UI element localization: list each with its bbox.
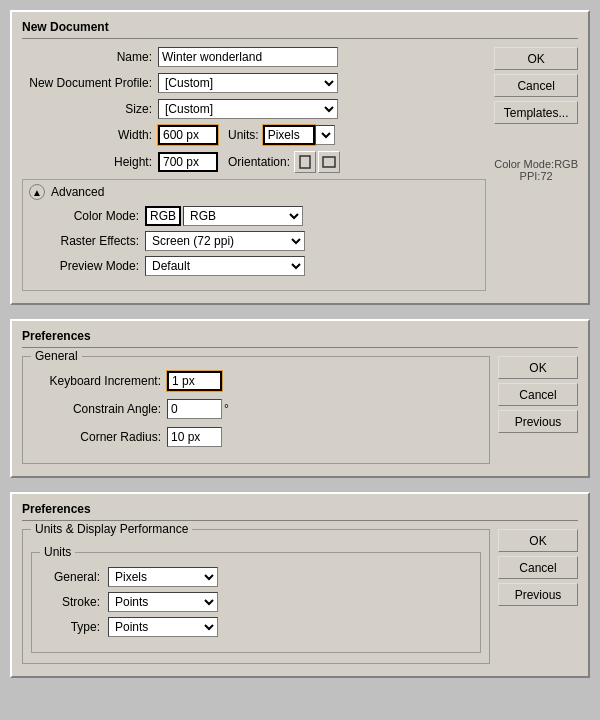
templates-button[interactable]: Templates...	[494, 101, 578, 124]
general-unit-label: General:	[40, 570, 100, 584]
orientation-label: Orientation:	[228, 155, 290, 169]
preview-mode-label: Preview Mode:	[29, 259, 139, 273]
orientation-buttons	[294, 151, 340, 173]
color-mode-input[interactable]	[145, 206, 181, 226]
pref2-units-label: Units	[40, 545, 75, 559]
corner-radius-label: Corner Radius:	[31, 430, 161, 444]
keyboard-increment-input[interactable]	[167, 371, 222, 391]
width-label: Width:	[22, 128, 152, 142]
type-unit-label: Type:	[40, 620, 100, 634]
pref1-previous-button[interactable]: Previous	[498, 410, 578, 433]
portrait-button[interactable]	[294, 151, 316, 173]
general-unit-select[interactable]: Pixels	[108, 567, 218, 587]
pref1-title: Preferences	[22, 329, 578, 348]
svg-rect-0	[300, 156, 310, 168]
new-doc-cancel-button[interactable]: Cancel	[494, 74, 578, 97]
pref2-cancel-button[interactable]: Cancel	[498, 556, 578, 579]
pref2-title: Preferences	[22, 502, 578, 521]
landscape-button[interactable]	[318, 151, 340, 173]
units-label: Units:	[228, 128, 259, 142]
type-unit-select[interactable]: Points	[108, 617, 218, 637]
units-input[interactable]	[263, 125, 315, 145]
preferences-dialog-2: Preferences Units & Display Performance …	[10, 492, 590, 678]
preview-mode-select[interactable]: Default	[145, 256, 305, 276]
keyboard-increment-label: Keyboard Increment:	[31, 374, 161, 388]
height-label: Height:	[22, 155, 152, 169]
new-document-title: New Document	[22, 20, 578, 39]
color-mode-label: Color Mode:	[29, 209, 139, 223]
pref2-group-label: Units & Display Performance	[31, 522, 192, 536]
name-input[interactable]	[158, 47, 338, 67]
name-label: Name:	[22, 50, 152, 64]
height-input[interactable]	[158, 152, 218, 172]
width-input[interactable]	[158, 125, 218, 145]
pref1-cancel-button[interactable]: Cancel	[498, 383, 578, 406]
pref1-ok-button[interactable]: OK	[498, 356, 578, 379]
size-select[interactable]: [Custom]	[158, 99, 338, 119]
raster-effects-label: Raster Effects:	[29, 234, 139, 248]
profile-select[interactable]: [Custom]	[158, 73, 338, 93]
degree-symbol: °	[224, 402, 229, 416]
stroke-unit-label: Stroke:	[40, 595, 100, 609]
raster-effects-select[interactable]: Screen (72 ppi)	[145, 231, 305, 251]
advanced-toggle[interactable]: ▲	[29, 184, 45, 200]
new-doc-ok-button[interactable]: OK	[494, 47, 578, 70]
advanced-label: Advanced	[51, 185, 104, 199]
profile-label: New Document Profile:	[22, 76, 152, 90]
pref2-previous-button[interactable]: Previous	[498, 583, 578, 606]
corner-radius-input[interactable]	[167, 427, 222, 447]
ppi-info: PPI:72	[494, 170, 578, 182]
pref2-ok-button[interactable]: OK	[498, 529, 578, 552]
pref1-group-label: General	[31, 349, 82, 363]
new-document-dialog: New Document Name: New Document Profile:…	[10, 10, 590, 305]
color-mode-select[interactable]: RGB	[183, 206, 303, 226]
color-mode-info: Color Mode:RGB	[494, 158, 578, 170]
preferences-dialog-1: Preferences General Keyboard Increment: …	[10, 319, 590, 478]
constrain-angle-label: Constrain Angle:	[31, 402, 161, 416]
units-select[interactable]	[315, 125, 335, 145]
svg-rect-1	[323, 157, 335, 167]
constrain-angle-input[interactable]	[167, 399, 222, 419]
stroke-unit-select[interactable]: Points	[108, 592, 218, 612]
size-label: Size:	[22, 102, 152, 116]
